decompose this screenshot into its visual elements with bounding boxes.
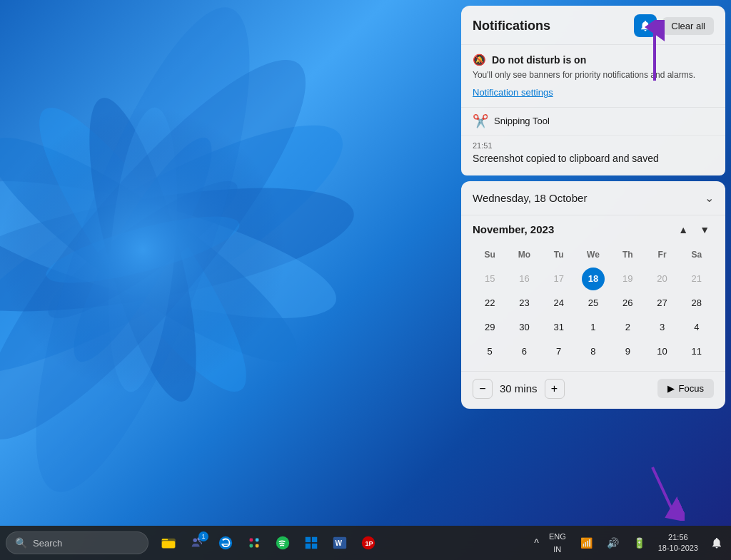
weekday-we: We — [582, 243, 605, 266]
chevron-up-icon: ^ — [534, 537, 539, 549]
calendar-day-cell[interactable]: 28 — [685, 292, 708, 315]
calendar-day-cell[interactable]: 22 — [478, 292, 501, 315]
calendar-day-cell[interactable]: 15 — [478, 268, 501, 290]
calendar-day-cell[interactable]: 3 — [651, 316, 674, 339]
calendar-week-0: 15161718192021 — [473, 267, 714, 291]
taskbar-password-manager[interactable]: 1P — [356, 530, 381, 556]
svg-point-20 — [193, 539, 198, 543]
search-icon: 🔍 — [15, 537, 27, 549]
calendar-day-cell[interactable]: 31 — [548, 316, 570, 339]
notification-settings-link[interactable]: Notification settings — [473, 87, 553, 98]
taskbar-teams[interactable]: 1 — [184, 530, 210, 556]
snipping-tool-icon: ✂️ — [473, 113, 488, 129]
calendar-week-3: 567891011 — [473, 340, 714, 364]
calendar-day-cell[interactable]: 2 — [616, 316, 639, 339]
notification-header: Notifications Clear all — [461, 6, 725, 45]
focus-button[interactable]: ▶ Focus — [657, 379, 714, 398]
battery-icon: 🔋 — [633, 537, 645, 549]
timer-controls: − 30 mins + — [473, 379, 565, 399]
dnd-description: You'll only see banners for priority not… — [473, 69, 714, 81]
calendar-day-cell[interactable]: 20 — [651, 268, 674, 290]
tray-clock[interactable]: 21:56 18-10-2023 — [654, 531, 702, 556]
tray-volume[interactable]: 🔊 — [601, 534, 625, 551]
calendar-weeks: 1516171819202122232425262728293031123456… — [473, 267, 714, 364]
svg-rect-25 — [250, 544, 253, 548]
taskbar-windows-start[interactable] — [298, 530, 324, 556]
timer-decrease-button[interactable]: − — [473, 379, 493, 399]
calendar-day-cell[interactable]: 25 — [582, 292, 605, 315]
calendar-day-cell[interactable]: 29 — [478, 316, 501, 339]
calendar-day-cell[interactable]: 8 — [582, 340, 605, 363]
calendar-day-cell[interactable]: 16 — [513, 268, 535, 290]
taskbar-file-explorer[interactable] — [156, 530, 181, 556]
taskbar-word[interactable]: W — [327, 530, 353, 556]
svg-line-16 — [652, 467, 674, 514]
focus-play-icon: ▶ — [667, 383, 675, 394]
screenshot-notification[interactable]: 21:51 Screenshot copied to clipboard and… — [461, 136, 725, 175]
calendar-month-nav: November, 2023 ▲ ▼ — [461, 215, 725, 240]
language-label: ENG — [549, 532, 566, 541]
calendar-panel: Wednesday, 18 October ⌄ November, 2023 ▲… — [461, 181, 725, 409]
prev-month-button[interactable]: ▲ — [674, 223, 692, 237]
next-month-button[interactable]: ▼ — [695, 223, 714, 237]
tray-battery[interactable]: 🔋 — [627, 534, 651, 551]
taskbar-edge[interactable] — [213, 530, 238, 556]
file-explorer-icon — [161, 535, 176, 551]
snipping-tool-title: Snipping Tool — [494, 116, 550, 126]
tray-language[interactable]: ENG IN — [543, 529, 572, 556]
taskbar: 🔍 Search 1 — [0, 526, 731, 560]
calendar-day-cell[interactable]: 1 — [582, 316, 605, 339]
dnd-title: 🔕 Do not disturb is on — [473, 54, 714, 66]
notification-settings-icon-btn[interactable] — [634, 14, 657, 37]
calendar-day-cell[interactable]: 21 — [685, 268, 708, 290]
calendar-grid: Su Mo Tu We Th Fr Sa 1516171819202122232… — [461, 240, 725, 371]
calendar-day-cell[interactable]: 26 — [616, 292, 639, 315]
calendar-weekdays: Su Mo Tu We Th Fr Sa — [473, 243, 714, 267]
calendar-day-cell[interactable]: 10 — [651, 340, 674, 363]
timer-increase-button[interactable]: + — [545, 379, 565, 399]
dnd-banner: 🔕 Do not disturb is on You'll only see b… — [461, 45, 725, 108]
calendar-day-cell[interactable]: 19 — [616, 268, 639, 290]
taskbar-bell-icon — [710, 536, 723, 549]
month-year-label: November, 2023 — [473, 223, 554, 235]
clock-time: 21:56 — [668, 532, 688, 543]
slack-icon — [246, 535, 262, 551]
weekday-fr: Fr — [651, 243, 674, 266]
clear-all-button[interactable]: Clear all — [662, 17, 714, 35]
calendar-day-cell[interactable]: 23 — [513, 292, 535, 315]
calendar-week-2: 2930311234 — [473, 315, 714, 340]
calendar-day-cell[interactable]: 17 — [548, 268, 570, 290]
tray-overflow-btn[interactable]: ^ — [533, 534, 540, 551]
focus-label: Focus — [679, 383, 704, 394]
calendar-day-cell[interactable]: 27 — [651, 292, 674, 315]
svg-text:W: W — [336, 539, 343, 547]
notification-title: Notifications — [473, 19, 550, 34]
taskbar-spotify[interactable] — [270, 530, 296, 556]
svg-text:1P: 1P — [365, 540, 373, 547]
calendar-day-cell[interactable]: 11 — [685, 340, 708, 363]
calendar-day-cell[interactable]: 5 — [478, 340, 501, 363]
calendar-day-cell[interactable]: 18 — [582, 268, 605, 290]
calendar-day-cell[interactable]: 24 — [548, 292, 570, 315]
taskbar-slack[interactable] — [241, 530, 267, 556]
calendar-header[interactable]: Wednesday, 18 October ⌄ — [461, 181, 725, 215]
taskbar-search[interactable]: 🔍 Search — [6, 531, 148, 554]
taskbar-app-icons: 1 — [156, 530, 381, 556]
focus-timer: − 30 mins + ▶ Focus — [461, 371, 725, 409]
calendar-day-cell[interactable]: 30 — [513, 316, 535, 339]
calendar-day-cell[interactable]: 4 — [685, 316, 708, 339]
calendar-day-cell[interactable]: 6 — [513, 340, 535, 363]
timer-value: 30 mins — [500, 382, 538, 394]
calendar-day-cell[interactable]: 9 — [616, 340, 639, 363]
tray-wifi[interactable]: 📶 — [575, 534, 598, 551]
calendar-day-cell[interactable]: 7 — [548, 340, 570, 363]
svg-rect-29 — [312, 537, 317, 542]
desktop: Notifications Clear all 🔕 Do not disturb… — [0, 0, 731, 560]
notification-panel: Notifications Clear all 🔕 Do not disturb… — [461, 6, 725, 409]
chevron-down-icon: ⌄ — [705, 191, 714, 205]
svg-rect-19 — [162, 541, 175, 548]
svg-rect-23 — [250, 539, 253, 542]
language-sub-label: IN — [553, 545, 561, 554]
taskbar-notification-btn[interactable] — [705, 531, 728, 554]
weekday-su: Su — [478, 243, 501, 266]
